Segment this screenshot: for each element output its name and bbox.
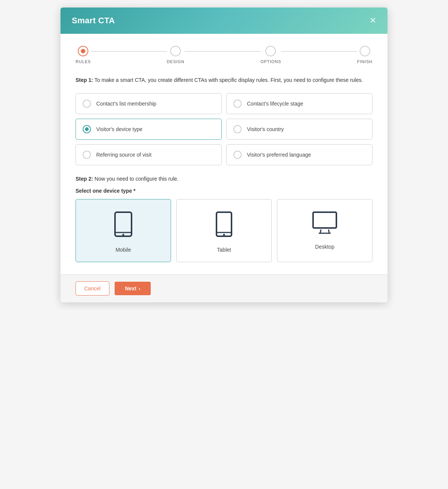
radio-preferred-language xyxy=(233,151,242,159)
rule-label-list-membership: Contact's list membership xyxy=(96,101,156,107)
step-design: DESIGN xyxy=(167,46,185,64)
step1-text: To make a smart CTA, you create differen… xyxy=(93,77,363,83)
svg-rect-1 xyxy=(115,212,132,232)
step-label-finish: FINISH xyxy=(357,59,372,64)
radio-referring-source xyxy=(83,151,91,159)
step-circle-options xyxy=(265,46,276,56)
device-card-mobile[interactable]: Mobile xyxy=(76,199,171,262)
rule-label-lifecycle-stage: Contact's lifecycle stage xyxy=(247,101,303,107)
rule-country[interactable]: Visitor's country xyxy=(226,119,372,140)
rule-device-type[interactable]: Visitor's device type xyxy=(76,119,222,140)
rule-lifecycle-stage[interactable]: Contact's lifecycle stage xyxy=(226,93,372,114)
device-label-tablet: Tablet xyxy=(217,247,231,253)
device-card-tablet[interactable]: Tablet xyxy=(176,199,272,262)
step1-description: Step 1: To make a smart CTA, you create … xyxy=(76,76,372,84)
radio-list-membership xyxy=(83,100,91,108)
modal-footer: Cancel Next › xyxy=(61,274,387,302)
step-finish: FINISH xyxy=(357,46,372,64)
step-circle-finish xyxy=(360,46,370,56)
step2-description: Step 2: Now you need to configure this r… xyxy=(76,176,372,182)
device-card-desktop[interactable]: Desktop xyxy=(277,199,372,262)
step-rules: RULES xyxy=(76,46,91,64)
step-line-1 xyxy=(91,51,167,52)
modal-body: RULES DESIGN OPTIONS FINISH Step 1: To m… xyxy=(61,34,387,262)
step-line-2 xyxy=(185,51,260,52)
svg-rect-7 xyxy=(313,212,336,228)
tablet-icon xyxy=(215,211,233,240)
step-label-options: OPTIONS xyxy=(260,59,281,64)
close-button[interactable]: ✕ xyxy=(369,17,376,25)
modal-header: Smart CTA ✕ xyxy=(61,8,387,34)
next-button[interactable]: Next › xyxy=(115,282,151,295)
rule-label-preferred-language: Visitor's preferred language xyxy=(247,152,311,158)
rule-label-referring-source: Referring source of visit xyxy=(96,152,151,158)
desktop-icon xyxy=(312,211,338,237)
radio-country xyxy=(233,125,242,133)
rule-label-country: Visitor's country xyxy=(247,126,284,132)
svg-point-6 xyxy=(223,234,225,236)
cancel-button[interactable]: Cancel xyxy=(76,281,109,296)
svg-point-3 xyxy=(123,234,124,236)
smart-cta-modal: Smart CTA ✕ RULES DESIGN OPTIONS FINI xyxy=(61,8,387,302)
rule-preferred-language[interactable]: Visitor's preferred language xyxy=(226,144,372,165)
step1-prefix: Step 1: xyxy=(76,77,93,83)
mobile-icon xyxy=(114,211,133,240)
device-label-mobile: Mobile xyxy=(115,247,131,253)
device-grid: Mobile Tablet xyxy=(76,199,372,262)
device-label-desktop: Desktop xyxy=(315,244,334,250)
step-label-rules: RULES xyxy=(76,59,91,64)
rules-grid: Contact's list membership Contact's life… xyxy=(76,93,372,165)
rule-referring-source[interactable]: Referring source of visit xyxy=(76,144,222,165)
step2-prefix: Step 2: xyxy=(76,176,93,182)
step-line-3 xyxy=(281,51,357,52)
modal-title: Smart CTA xyxy=(72,16,115,26)
rule-label-device-type: Visitor's device type xyxy=(96,126,142,132)
radio-device-type xyxy=(83,125,91,133)
radio-lifecycle-stage xyxy=(233,100,242,108)
step-circle-design xyxy=(170,46,181,56)
step-label-design: DESIGN xyxy=(167,59,185,64)
device-select-label: Select one device type * xyxy=(76,188,372,194)
next-chevron-icon: › xyxy=(139,286,140,291)
step-options: OPTIONS xyxy=(260,46,281,64)
step2-text: Now you need to configure this rule. xyxy=(93,176,179,182)
rule-list-membership[interactable]: Contact's list membership xyxy=(76,93,222,114)
next-label: Next xyxy=(125,285,136,291)
step-circle-rules xyxy=(78,46,88,56)
progress-steps: RULES DESIGN OPTIONS FINISH xyxy=(76,46,372,64)
